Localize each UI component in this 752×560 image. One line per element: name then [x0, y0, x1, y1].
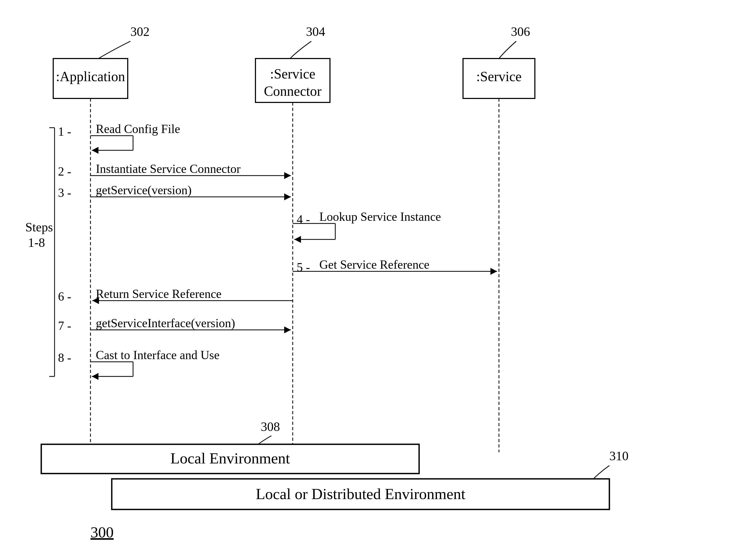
- ref-310: 310: [609, 449, 629, 463]
- step8-num: 8 -: [58, 351, 71, 364]
- step4-num: 4 -: [297, 213, 310, 226]
- service-label: :Service: [476, 69, 521, 84]
- steps-range: 1-8: [28, 236, 45, 249]
- application-label: :Application: [56, 69, 125, 84]
- service-connector-label1: :Service: [270, 66, 315, 81]
- steps-label: Steps: [25, 220, 53, 234]
- step6-num: 6 -: [58, 290, 71, 303]
- step8-label: Cast to Interface and Use: [96, 348, 220, 362]
- step5-label: Get Service Reference: [319, 258, 430, 271]
- ref-306: 306: [511, 24, 530, 39]
- step4-label: Lookup Service Instance: [319, 210, 441, 223]
- step1-num: 1 -: [58, 125, 71, 138]
- distributed-env-label: Local or Distributed Environment: [256, 485, 466, 502]
- step2-label: Instantiate Service Connector: [96, 162, 241, 176]
- step3-num: 3 -: [58, 186, 71, 200]
- ref-304: 304: [306, 24, 325, 39]
- diagram-ref: 300: [91, 523, 114, 541]
- sequence-diagram: 302 304 306 :Application :Service Connec…: [0, 0, 752, 560]
- step2-num: 2 -: [58, 165, 71, 178]
- ref-308: 308: [261, 420, 280, 434]
- step5-num: 5 -: [297, 260, 310, 274]
- step7-num: 7 -: [58, 319, 71, 333]
- step3-label: getService(version): [96, 183, 192, 197]
- step1-label: Read Config File: [96, 122, 180, 136]
- step6-label: Return Service Reference: [96, 287, 222, 301]
- step7-label: getServiceInterface(version): [96, 316, 235, 330]
- service-connector-label2: Connector: [264, 83, 322, 99]
- local-env-label: Local Environment: [170, 449, 290, 467]
- ref-302: 302: [131, 24, 150, 39]
